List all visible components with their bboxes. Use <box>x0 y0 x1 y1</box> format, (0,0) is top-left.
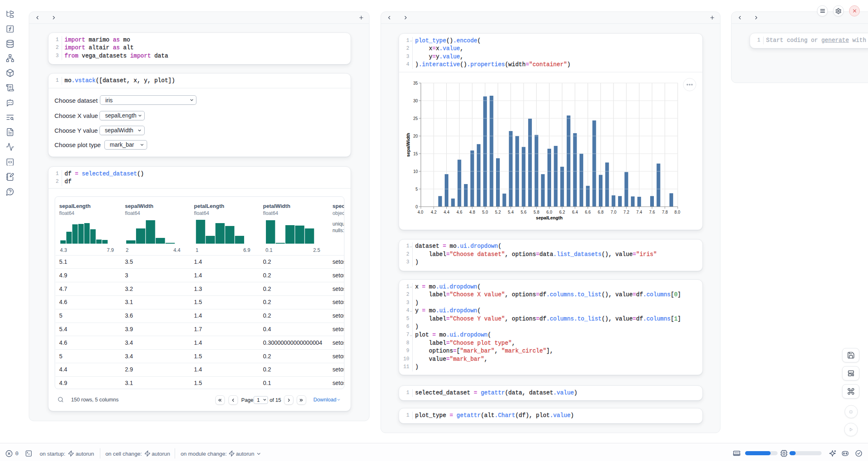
svg-text:20: 20 <box>413 134 418 138</box>
svg-text:30: 30 <box>413 99 418 103</box>
svg-text:5.4: 5.4 <box>508 210 514 214</box>
svg-text:5.2: 5.2 <box>495 210 501 214</box>
svg-text:8.0: 8.0 <box>674 210 680 214</box>
svg-text:5: 5 <box>416 187 418 191</box>
svg-text:5.0: 5.0 <box>482 210 488 214</box>
svg-text:6.6: 6.6 <box>585 210 591 214</box>
svg-text:6.4: 6.4 <box>572 210 578 214</box>
svg-text:4.8: 4.8 <box>469 210 475 214</box>
svg-text:25: 25 <box>413 116 418 121</box>
svg-text:15: 15 <box>413 152 418 156</box>
svg-text:35: 35 <box>413 81 418 85</box>
svg-text:6.8: 6.8 <box>598 210 604 214</box>
svg-text:5.6: 5.6 <box>521 210 526 214</box>
svg-text:4.4: 4.4 <box>444 210 450 214</box>
svg-text:7.8: 7.8 <box>662 210 668 214</box>
svg-text:4.6: 4.6 <box>457 210 462 214</box>
svg-text:6.0: 6.0 <box>547 210 552 214</box>
svg-text:7.4: 7.4 <box>636 210 642 214</box>
svg-text:0: 0 <box>416 205 418 209</box>
svg-text:7.2: 7.2 <box>623 210 629 214</box>
svg-text:7.6: 7.6 <box>649 210 655 214</box>
svg-text:5.8: 5.8 <box>533 210 539 214</box>
svg-text:sepalWidth: sepalWidth <box>406 133 411 157</box>
svg-text:6.2: 6.2 <box>559 210 565 214</box>
svg-text:4.0: 4.0 <box>418 210 423 214</box>
svg-text:10: 10 <box>413 169 418 174</box>
svg-text:7.0: 7.0 <box>611 210 616 214</box>
svg-text:sepalLength: sepalLength <box>536 215 563 220</box>
svg-text:4.2: 4.2 <box>431 210 436 214</box>
